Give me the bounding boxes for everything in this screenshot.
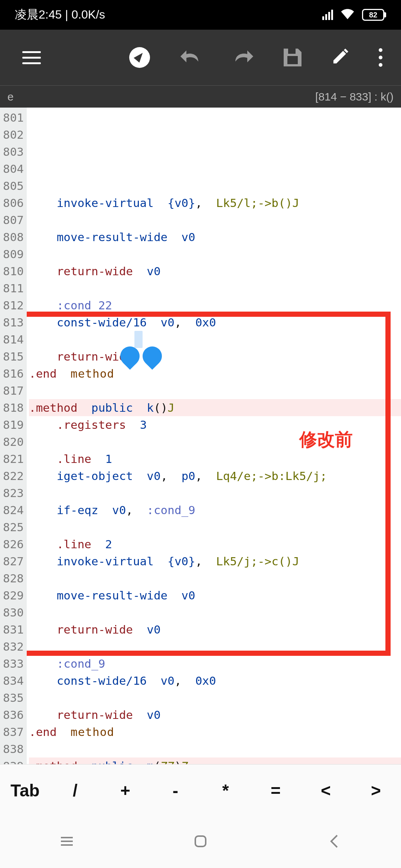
code-line[interactable]: const-wide/16 v0, 0x0 [29, 672, 401, 689]
home-button[interactable] [191, 832, 210, 852]
code-line[interactable]: .method public k()J [29, 399, 401, 416]
wifi-icon [340, 7, 355, 22]
key-/[interactable]: / [50, 780, 100, 800]
code-line[interactable]: .line 1 [29, 450, 401, 467]
code-line[interactable] [29, 638, 401, 655]
line-number: 830 [3, 604, 24, 621]
battery-pct: 82 [369, 11, 377, 19]
infobar-left: e [7, 91, 14, 103]
code-line[interactable]: .line 2 [29, 536, 401, 553]
key--[interactable]: - [150, 780, 200, 800]
line-number: 818 [3, 399, 24, 416]
key-+[interactable]: + [100, 780, 150, 800]
code-line[interactable]: const-wide/16 v0, 0x0 [29, 314, 401, 331]
code-line[interactable] [29, 280, 401, 297]
annotation-label: 修改前 [299, 431, 353, 448]
line-number: 815 [3, 348, 24, 365]
code-line[interactable] [29, 331, 401, 348]
editor-infobar: e [814 − 833] : k() [0, 85, 401, 108]
line-number: 810 [3, 263, 24, 280]
line-number: 801 [3, 109, 24, 126]
code-line[interactable]: .end method [29, 365, 401, 382]
line-number: 822 [3, 467, 24, 484]
line-number: 829 [3, 587, 24, 604]
back-button[interactable] [325, 832, 344, 852]
key->[interactable]: > [351, 780, 401, 800]
code-line[interactable]: .method public m(ZZ)Z [29, 757, 401, 764]
svg-rect-0 [61, 837, 73, 838]
code-line[interactable]: iget-object v0, p0, Lq4/e;->b:Lk5/j; [29, 467, 401, 484]
code-line[interactable] [29, 570, 401, 587]
code-line[interactable]: :cond_9 [29, 655, 401, 672]
line-number-gutter: 8018028038048058068078088098108118128138… [0, 108, 27, 764]
key-*[interactable]: * [200, 780, 251, 800]
code-line[interactable] [29, 177, 401, 194]
status-bar: 凌晨2:45 | 0.0K/s 82 [0, 0, 401, 30]
code-line[interactable]: return-wide v0 [29, 706, 401, 723]
infobar-right: [814 − 833] : k() [315, 91, 394, 103]
line-number: 836 [3, 706, 24, 723]
line-number: 833 [3, 655, 24, 672]
line-number: 812 [3, 297, 24, 314]
line-number: 839 [3, 757, 24, 764]
line-number: 809 [3, 246, 24, 263]
line-number: 808 [3, 228, 24, 246]
code-line[interactable]: return-wide v0 [29, 621, 401, 638]
line-number: 807 [3, 211, 24, 228]
line-number: 806 [3, 194, 24, 211]
code-line[interactable] [29, 604, 401, 621]
line-number: 814 [3, 331, 24, 348]
more-button[interactable] [379, 48, 382, 67]
line-number: 819 [3, 416, 24, 433]
save-button[interactable] [284, 49, 301, 66]
line-number: 831 [3, 621, 24, 638]
explore-icon[interactable] [129, 47, 150, 68]
undo-button[interactable] [180, 49, 202, 66]
line-number: 828 [3, 570, 24, 587]
status-time-text: 凌晨2:45 | 0.0K/s [15, 7, 105, 23]
code-line[interactable]: :cond_22 [29, 297, 401, 314]
code-line[interactable]: move-result-wide v0 [29, 228, 401, 246]
redo-button[interactable] [232, 49, 254, 66]
line-number: 803 [3, 143, 24, 160]
edit-button[interactable] [331, 48, 349, 67]
line-number: 820 [3, 433, 24, 450]
code-line[interactable]: .end method [29, 723, 401, 740]
code-line[interactable]: move-result-wide v0 [29, 587, 401, 604]
code-line[interactable] [29, 519, 401, 536]
code-editor[interactable]: 8018028038048058068078088098108118128138… [0, 108, 401, 764]
line-number: 813 [3, 314, 24, 331]
code-line[interactable]: if-eqz v0, :cond_9 [29, 502, 401, 519]
recents-button[interactable] [57, 832, 76, 852]
line-number: 823 [3, 484, 24, 502]
svg-rect-3 [195, 836, 206, 846]
code-line[interactable] [29, 246, 401, 263]
key-tab[interactable]: Tab [0, 780, 50, 800]
battery-icon: 82 [362, 9, 386, 21]
line-number: 811 [3, 280, 24, 297]
line-number: 832 [3, 638, 24, 655]
code-line[interactable]: invoke-virtual {v0}, Lk5/l;->b()J [29, 194, 401, 211]
menu-button[interactable] [22, 51, 41, 64]
key-=[interactable]: = [251, 780, 301, 800]
code-content[interactable]: 修改前 invoke-virtual {v0}, Lk5/l;->b()J mo… [27, 108, 401, 764]
svg-rect-2 [61, 844, 73, 846]
line-number: 817 [3, 382, 24, 399]
key-<[interactable]: < [301, 780, 351, 800]
code-line[interactable] [29, 740, 401, 757]
line-number: 835 [3, 689, 24, 706]
line-number: 837 [3, 723, 24, 740]
system-navbar [0, 816, 401, 868]
code-line[interactable] [29, 211, 401, 228]
line-number: 821 [3, 450, 24, 467]
code-line[interactable]: invoke-virtual {v0}, Lk5/j;->c()J [29, 553, 401, 570]
code-line[interactable]: return-wide v0 [29, 348, 401, 365]
line-number: 826 [3, 536, 24, 553]
code-line[interactable] [29, 689, 401, 706]
code-line[interactable] [29, 382, 401, 399]
line-number: 824 [3, 502, 24, 519]
line-number: 827 [3, 553, 24, 570]
line-number: 805 [3, 177, 24, 194]
code-line[interactable]: return-wide v0 [29, 263, 401, 280]
code-line[interactable] [29, 484, 401, 502]
